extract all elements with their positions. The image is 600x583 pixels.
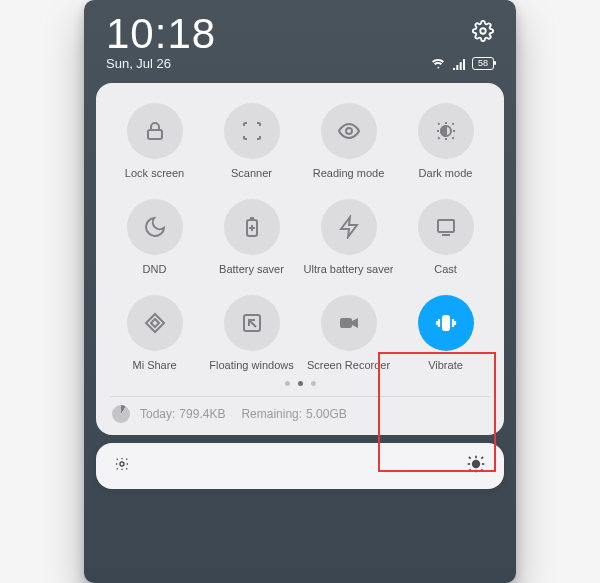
battery-indicator: 58 [472, 57, 494, 70]
floating-window-icon[interactable] [224, 295, 280, 351]
tile-dark-mode[interactable]: Dark mode [397, 103, 494, 179]
settings-gear-icon[interactable] [472, 20, 494, 46]
tile-label: Ultra battery saver [304, 263, 394, 275]
svg-line-28 [469, 457, 471, 459]
svg-rect-13 [340, 318, 352, 328]
svg-line-20 [126, 468, 127, 469]
mi-share-icon[interactable] [127, 295, 183, 351]
pager-dot[interactable] [311, 381, 316, 386]
svg-line-23 [117, 468, 118, 469]
svg-rect-9 [438, 220, 454, 232]
tile-label: Vibrate [428, 359, 463, 371]
data-remaining-label: Remaining: [241, 407, 302, 421]
svg-line-19 [117, 459, 118, 460]
scanner-icon[interactable] [224, 103, 280, 159]
tile-mi-share[interactable]: Mi Share [106, 295, 203, 371]
lock-icon[interactable] [127, 103, 183, 159]
tile-screen-recorder[interactable]: Screen Recorder [300, 295, 397, 371]
tile-label: Mi Share [132, 359, 176, 371]
eye-icon[interactable] [321, 103, 377, 159]
quick-settings-panel: Lock screenScannerReading modeDark modeD… [96, 83, 504, 435]
tile-lock-screen[interactable]: Lock screen [106, 103, 203, 179]
tile-battery-saver[interactable]: Battery saver [203, 199, 300, 275]
tile-label: Cast [434, 263, 457, 275]
svg-marker-8 [341, 217, 357, 237]
data-today-value: 799.4KB [179, 407, 225, 421]
pager-dot[interactable] [298, 381, 303, 386]
brightness-high-icon [466, 454, 486, 478]
brightness-slider[interactable] [96, 443, 504, 489]
status-icons: 58 [430, 57, 494, 70]
vibrate-icon[interactable] [418, 295, 474, 351]
tile-dnd[interactable]: DND [106, 199, 203, 275]
status-bar: 10:18 Sun, Jul 26 58 [84, 0, 516, 73]
tile-label: Battery saver [219, 263, 284, 275]
tile-label: Lock screen [125, 167, 184, 179]
moon-icon[interactable] [127, 199, 183, 255]
tile-label: Screen Recorder [307, 359, 390, 371]
page-indicator[interactable] [106, 381, 494, 386]
phone-frame: 10:18 Sun, Jul 26 58 Lock screenScannerR… [84, 0, 516, 583]
svg-line-12 [249, 320, 256, 327]
data-usage-row[interactable]: Today: 799.4KB Remaining: 5.00GB [106, 405, 494, 423]
brightness-low-icon [114, 456, 130, 476]
tile-label: Floating windows [209, 359, 293, 371]
tile-reading-mode[interactable]: Reading mode [300, 103, 397, 179]
svg-point-0 [480, 28, 486, 34]
clock: 10:18 [106, 10, 494, 58]
svg-rect-1 [148, 130, 162, 139]
wifi-icon [430, 58, 446, 70]
tile-scanner[interactable]: Scanner [203, 103, 300, 179]
cast-icon[interactable] [418, 199, 474, 255]
tiles-grid: Lock screenScannerReading modeDark modeD… [106, 103, 494, 371]
battery-plus-icon[interactable] [224, 199, 280, 255]
data-today-label: Today: [140, 407, 175, 421]
svg-line-24 [126, 459, 127, 460]
tile-label: Scanner [231, 167, 272, 179]
tile-label: Reading mode [313, 167, 385, 179]
dark-mode-icon[interactable] [418, 103, 474, 159]
date: Sun, Jul 26 [106, 56, 171, 71]
tile-ultra-battery-saver[interactable]: Ultra battery saver [300, 199, 397, 275]
svg-point-2 [346, 128, 352, 134]
svg-point-16 [120, 462, 124, 466]
tile-floating-windows[interactable]: Floating windows [203, 295, 300, 371]
tile-vibrate[interactable]: Vibrate [397, 295, 494, 371]
bolt-icon[interactable] [321, 199, 377, 255]
pager-dot[interactable] [285, 381, 290, 386]
svg-line-32 [469, 469, 471, 471]
data-usage-pie-icon [112, 405, 130, 423]
svg-line-29 [481, 469, 483, 471]
tile-cast[interactable]: Cast [397, 199, 494, 275]
svg-point-25 [473, 461, 480, 468]
data-remaining-value: 5.00GB [306, 407, 347, 421]
video-icon[interactable] [321, 295, 377, 351]
tile-label: Dark mode [419, 167, 473, 179]
signal-icon [452, 58, 466, 70]
svg-marker-14 [352, 318, 358, 328]
tile-label: DND [143, 263, 167, 275]
divider [110, 396, 490, 397]
svg-rect-15 [443, 316, 449, 330]
svg-line-33 [481, 457, 483, 459]
